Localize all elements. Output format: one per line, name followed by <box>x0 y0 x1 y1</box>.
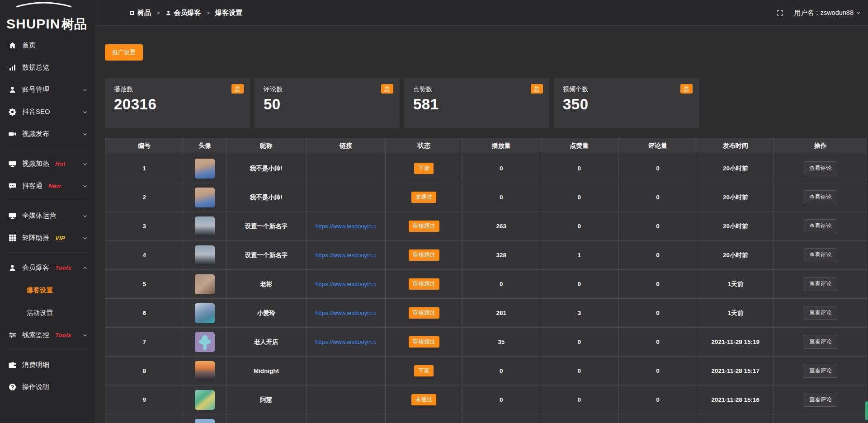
video-link[interactable]: https://www.iesdouyin.c <box>315 338 376 345</box>
cell-time: 2021-11-28 15:19 <box>697 328 774 357</box>
cell-action <box>774 414 867 423</box>
sidebar-item-视频发布[interactable]: 视频发布 <box>0 123 95 145</box>
status-badge[interactable]: 审核通过 <box>409 336 439 348</box>
view-comments-button[interactable]: 查看评论 <box>804 277 837 291</box>
stat-cards: 播放数20316总评论数50总点赞数581总视频个数350总 <box>105 78 699 128</box>
cell-likes: 0 <box>540 183 619 212</box>
sidebar-item-账号管理[interactable]: 账号管理 <box>0 79 95 101</box>
chevron-down-icon[interactable] <box>856 10 861 15</box>
breadcrumb-item-2[interactable]: 会员爆客 <box>165 9 201 17</box>
video-link[interactable]: https://www.iesdouyin.c <box>315 281 376 287</box>
table-row: 7老人开店https://www.iesdouyin.c审核通过35002021… <box>105 328 867 357</box>
cell-id: 5 <box>105 270 184 299</box>
breadcrumb-item-3[interactable]: 爆客设置 <box>215 9 242 17</box>
sidebar-item-线索监控[interactable]: 线索监控Tools <box>0 324 95 346</box>
status-badge[interactable]: 未通过 <box>411 394 437 405</box>
avatar <box>195 419 215 423</box>
sidebar-item-操作说明[interactable]: 操作说明 <box>0 376 95 398</box>
column-header-8: 评论量 <box>618 138 697 154</box>
sidebar-item-会员爆客[interactable]: 会员爆客Tools <box>0 257 95 279</box>
cell-avatar <box>184 241 226 270</box>
sidebar-item-label: 数据总览 <box>22 63 49 72</box>
cell-link: https://www.iesdouyin.c <box>306 328 385 357</box>
promo-settings-button[interactable]: 推广设置 <box>105 44 143 61</box>
view-comments-button[interactable]: 查看评论 <box>804 393 837 407</box>
topbar-right: 用户名：zswodun88 <box>777 9 861 17</box>
cell-nickname <box>226 414 306 423</box>
sidebar-item-消费明细[interactable]: 消费明细 <box>0 354 95 376</box>
logo[interactable]: SHUPIN 树品 <box>0 0 95 34</box>
view-comments-button[interactable]: 查看评论 <box>804 364 837 378</box>
cell-link <box>306 154 385 183</box>
cell-link: https://www.iesdouyin.c <box>306 241 385 270</box>
cell-id: 3 <box>105 212 184 241</box>
video-link[interactable]: https://www.iesdouyin.c <box>315 310 376 316</box>
monitor-icon <box>9 212 16 220</box>
cell-time: 2021-11-28 15:16 <box>697 385 774 414</box>
cell-id: 2 <box>105 183 184 212</box>
video-link[interactable]: https://www.iesdouyin.c <box>315 252 376 258</box>
table-row: 9阿慧未通过0002021-11-28 15:16查看评论 <box>105 385 867 414</box>
breadcrumb-label: 会员爆客 <box>174 9 201 17</box>
sidebar-subitem-爆客设置[interactable]: 爆客设置 <box>0 279 95 301</box>
sidebar-item-label: 线索监控 <box>22 331 49 339</box>
status-badge[interactable]: 审核通过 <box>409 249 439 261</box>
sidebar-item-视频加热[interactable]: 视频加热Hot <box>0 153 95 175</box>
cell-time: 1天前 <box>697 270 774 299</box>
status-badge[interactable]: 审核通过 <box>409 221 439 232</box>
stat-card-total-badge[interactable]: 总 <box>680 84 693 94</box>
table-row: 1我不是小帅!下架00020小时前查看评论 <box>105 154 867 183</box>
cell-time: 20小时前 <box>697 212 774 241</box>
sidebar-item-首页[interactable]: 首页 <box>0 34 95 56</box>
stat-card-label: 评论数 <box>264 85 391 94</box>
view-comments-button[interactable]: 查看评论 <box>804 190 837 204</box>
breadcrumb: 树品>会员爆客>爆客设置 <box>129 9 242 17</box>
cell-time <box>697 414 774 423</box>
cell-comments: 0 <box>618 212 697 241</box>
scrollbar[interactable] <box>865 0 868 423</box>
view-comments-button[interactable]: 查看评论 <box>804 248 837 262</box>
user-icon <box>9 264 16 272</box>
user-icon <box>165 10 171 16</box>
status-badge[interactable]: 审核通过 <box>409 278 439 290</box>
status-badge[interactable]: 下架 <box>414 163 434 174</box>
scrollbar-thumb[interactable] <box>865 401 868 420</box>
view-comments-button[interactable]: 查看评论 <box>804 161 837 175</box>
cell-likes: 1 <box>540 241 619 270</box>
gear-icon <box>9 108 16 116</box>
status-badge[interactable]: 下架 <box>414 365 434 376</box>
view-comments-button[interactable]: 查看评论 <box>804 335 837 349</box>
sidebar-item-badge: Tools <box>55 264 71 271</box>
cell-comments: 0 <box>618 183 697 212</box>
cell-avatar <box>184 270 226 299</box>
column-header-9: 发布时间 <box>697 138 774 154</box>
sidebar-item-抖音SEO[interactable]: 抖音SEO <box>0 101 95 123</box>
cell-action: 查看评论 <box>774 299 867 328</box>
cell-link: https://www.iesdouyin.c <box>306 270 385 299</box>
view-comments-button[interactable]: 查看评论 <box>804 219 837 233</box>
username[interactable]: 用户名：zswodun88 <box>794 9 854 17</box>
sidebar-item-矩阵助推[interactable]: 矩阵助推VIP <box>0 227 95 249</box>
stat-card-total-badge[interactable]: 总 <box>231 84 244 94</box>
fullscreen-icon[interactable] <box>777 9 783 16</box>
status-badge[interactable]: 未通过 <box>411 192 437 203</box>
main-area: 树品>会员爆客>爆客设置 用户名：zswodun88 推广设置 播放数20316… <box>95 0 868 423</box>
cell-plays: 35 <box>462 328 540 357</box>
stat-card-total-badge[interactable]: 总 <box>381 84 393 94</box>
stat-card-total-badge[interactable]: 总 <box>531 84 543 94</box>
cell-nickname: 阿慧 <box>226 385 306 414</box>
sidebar-item-抖客通[interactable]: 抖客通New <box>0 175 95 197</box>
status-badge[interactable]: 审核通过 <box>409 307 439 319</box>
breadcrumb-item-1[interactable]: 树品 <box>129 9 151 17</box>
column-header-5: 状态 <box>386 138 462 154</box>
sidebar-subitem-活动设置[interactable]: 活动设置 <box>0 301 95 324</box>
cell-status: 审核通过 <box>386 212 462 241</box>
sidebar-item-全媒体运营[interactable]: 全媒体运营 <box>0 205 95 227</box>
avatar <box>195 245 215 265</box>
sidebar-item-数据总览[interactable]: 数据总览 <box>0 56 95 79</box>
cell-id: 9 <box>105 385 184 414</box>
view-comments-button[interactable]: 查看评论 <box>804 306 837 320</box>
chevron-down-icon <box>82 235 88 241</box>
video-link[interactable]: https://www.iesdouyin.c <box>315 223 376 230</box>
chevron-down-icon <box>82 161 88 167</box>
